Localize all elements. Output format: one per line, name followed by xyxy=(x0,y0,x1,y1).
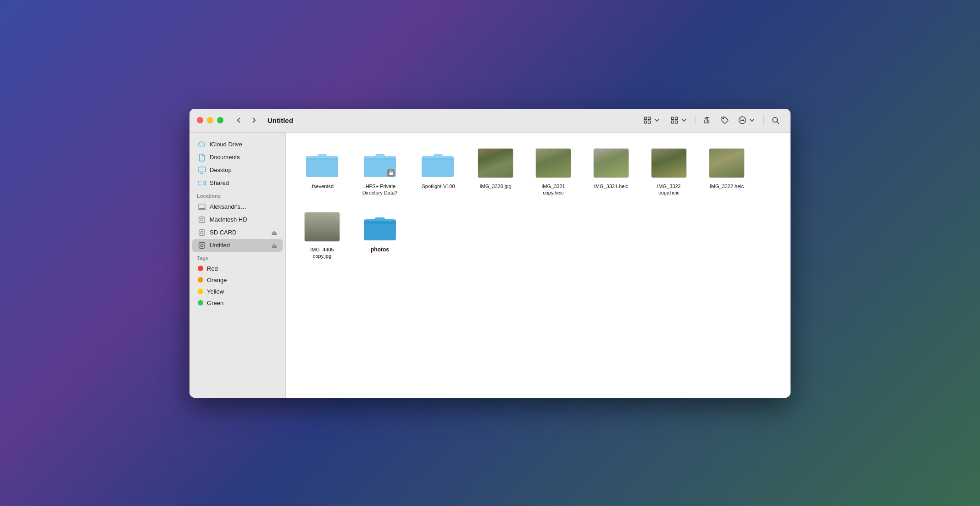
img3320-label: IMG_3320.jpg xyxy=(479,183,511,189)
fseventsd-label: .fseventsd xyxy=(311,183,334,189)
file-item-img4405copy[interactable]: IMG_4405 copy.jpg xyxy=(297,207,347,263)
img3321-icon xyxy=(593,147,629,179)
svg-rect-6 xyxy=(671,121,674,123)
sidebar-tag-red[interactable]: Red xyxy=(192,263,283,274)
img4405copy-icon xyxy=(304,211,340,243)
file-item-img3322[interactable]: IMG_3322.heic xyxy=(702,144,752,200)
sd-card-eject-icon[interactable]: ⏏ xyxy=(271,229,277,236)
img3322copy-icon xyxy=(651,147,687,179)
toolbar: Untitled xyxy=(189,109,791,133)
desktop-icon xyxy=(198,166,206,174)
file-grid: .fseventsd xyxy=(297,144,780,263)
orange-tag-dot xyxy=(198,277,203,283)
sidebar-tag-orange[interactable]: Orange xyxy=(192,274,283,286)
file-item-photos[interactable]: photos xyxy=(355,207,405,263)
svg-point-24 xyxy=(200,231,203,234)
sidebar-item-sd-card[interactable]: SD CARD ⏏ xyxy=(192,226,283,239)
file-item-img3322copy[interactable]: IMG_3322 copy.heic xyxy=(644,144,694,200)
svg-rect-27 xyxy=(389,172,393,175)
photos-label: photos xyxy=(371,246,389,254)
more-options-button[interactable] xyxy=(735,113,760,127)
svg-rect-4 xyxy=(671,117,674,119)
file-item-fseventsd[interactable]: .fseventsd xyxy=(297,144,347,200)
lock-badge xyxy=(387,169,395,177)
sidebar-item-documents[interactable]: Documents xyxy=(192,151,283,164)
untitled-disk-icon xyxy=(198,241,206,250)
sidebar-item-sd-card-label: SD CARD xyxy=(210,229,237,236)
view-icons-button[interactable] xyxy=(640,113,665,127)
sidebar-tag-yellow-label: Yellow xyxy=(207,288,224,295)
file-item-img3321[interactable]: IMG_3321.heic xyxy=(586,144,636,200)
sidebar-item-aleksandrs[interactable]: Aleksandr's… xyxy=(192,200,283,213)
search-button[interactable] xyxy=(768,113,783,127)
photos-folder-icon xyxy=(362,211,398,243)
svg-rect-23 xyxy=(199,229,205,235)
sidebar-tag-red-label: Red xyxy=(207,265,218,272)
sidebar-item-shared-label: Shared xyxy=(210,179,229,186)
sidebar-item-untitled[interactable]: Untitled ⏏ xyxy=(192,239,283,252)
svg-point-22 xyxy=(200,218,203,221)
sidebar-item-aleksandrs-label: Aleksandr's… xyxy=(210,203,246,210)
hfs-private-icon xyxy=(362,147,398,179)
svg-point-26 xyxy=(200,244,203,246)
spotlight-label: .Spotlight-V100 xyxy=(420,183,455,189)
sidebar-tag-green[interactable]: Green xyxy=(192,297,283,309)
sidebar-item-shared[interactable]: Shared xyxy=(192,177,283,189)
sidebar-item-icloud-drive-label: iCloud Drive xyxy=(210,141,242,148)
toolbar-actions xyxy=(640,113,783,127)
sidebar-item-desktop[interactable]: Desktop xyxy=(192,164,283,177)
back-button[interactable] xyxy=(233,115,245,125)
svg-line-15 xyxy=(777,122,779,123)
file-item-img3320[interactable]: IMG_3320.jpg xyxy=(470,144,521,200)
fullscreen-button[interactable] xyxy=(217,117,223,123)
untitled-eject-icon[interactable]: ⏏ xyxy=(271,242,277,249)
file-item-spotlight[interactable]: .Spotlight-V100 xyxy=(412,144,463,200)
share-button[interactable] xyxy=(700,113,715,127)
tags-header: Tags xyxy=(189,252,285,263)
svg-rect-3 xyxy=(648,121,651,123)
sidebar-tag-yellow[interactable]: Yellow xyxy=(192,286,283,297)
sidebar-item-desktop-label: Desktop xyxy=(210,167,232,173)
sidebar-tag-green-label: Green xyxy=(207,300,223,306)
svg-rect-20 xyxy=(199,204,205,208)
svg-rect-19 xyxy=(198,181,204,185)
file-item-img3321copy[interactable]: IMG_3321 copy.heic xyxy=(528,144,579,200)
svg-rect-5 xyxy=(675,117,678,119)
locations-header: Locations xyxy=(189,189,285,200)
sidebar-item-documents-label: Documents xyxy=(210,154,240,161)
traffic-lights xyxy=(197,117,223,123)
svg-point-11 xyxy=(741,120,741,121)
spotlight-icon xyxy=(419,147,456,179)
shared-icon xyxy=(198,179,206,187)
sidebar: iCloud Drive Documents xyxy=(189,133,286,398)
content-area: .fseventsd xyxy=(286,133,791,398)
hfs-private-label: .HFS+ Private Directory Data? xyxy=(358,183,401,196)
sidebar-item-icloud-drive[interactable]: iCloud Drive xyxy=(192,138,283,151)
close-button[interactable] xyxy=(197,117,203,123)
forward-button[interactable] xyxy=(248,115,260,125)
finder-window: Untitled xyxy=(189,109,791,398)
svg-point-12 xyxy=(742,120,743,121)
img3322-icon xyxy=(708,147,745,179)
img3321-label: IMG_3321.heic xyxy=(594,183,629,189)
file-item-hfs-private[interactable]: .HFS+ Private Directory Data? xyxy=(355,144,405,200)
svg-rect-0 xyxy=(644,117,646,119)
main-area: iCloud Drive Documents xyxy=(189,133,791,398)
img4405copy-label: IMG_4405 copy.jpg xyxy=(301,246,344,260)
minimize-button[interactable] xyxy=(207,117,213,123)
nav-buttons xyxy=(233,115,260,125)
img3320-icon xyxy=(477,147,514,179)
tag-button[interactable] xyxy=(717,113,733,127)
sidebar-item-macintosh-hd[interactable]: Macintosh HD xyxy=(192,213,283,226)
svg-rect-25 xyxy=(199,242,205,248)
svg-point-9 xyxy=(723,118,724,119)
sidebar-item-untitled-label: Untitled xyxy=(210,242,230,249)
view-list-button[interactable] xyxy=(667,113,692,127)
icloud-drive-icon xyxy=(198,140,206,149)
svg-rect-16 xyxy=(198,167,206,172)
svg-rect-7 xyxy=(675,121,678,123)
fseventsd-icon xyxy=(304,147,340,179)
documents-icon xyxy=(198,153,206,161)
svg-point-13 xyxy=(743,120,744,121)
macintosh-hd-icon xyxy=(198,216,206,224)
